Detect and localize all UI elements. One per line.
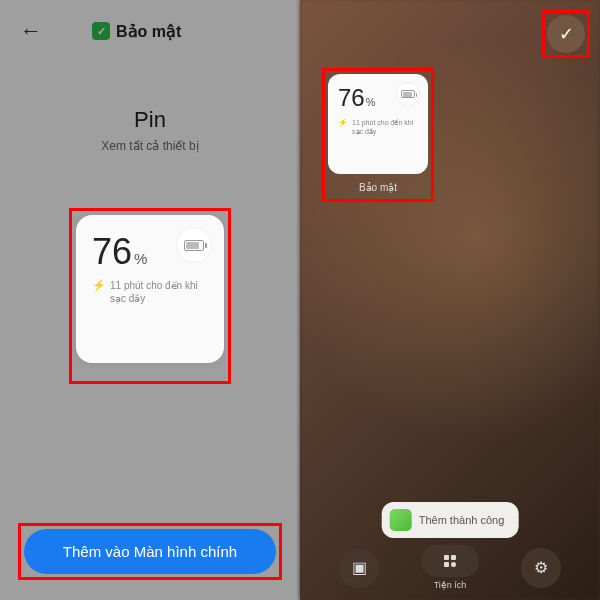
- widgets-label: Tiện ích: [434, 580, 467, 590]
- highlight-box-placed-widget: 76% ⚡ 11 phút cho đến khi sạc đầy Bảo mậ…: [322, 68, 434, 202]
- image-icon: ▣: [352, 558, 367, 577]
- settings-screen: ← Bảo mật Pin Xem tất cả thiết bị 76%: [0, 0, 300, 600]
- lightning-icon: ⚡: [338, 118, 348, 127]
- add-to-home-button[interactable]: Thêm vào Màn hình chính: [24, 529, 276, 574]
- widget-label: Bảo mật: [328, 182, 428, 193]
- battery-icon: [401, 90, 415, 98]
- highlight-box-widget: 76% ⚡ 11 phút cho đến khi sạc đầy: [69, 208, 231, 384]
- battery-icon-circle: [396, 82, 420, 106]
- gear-icon: ⚙: [534, 558, 548, 577]
- confirm-button[interactable]: [547, 15, 585, 53]
- charge-info: ⚡ 11 phút cho đến khi sạc đầy: [338, 118, 418, 136]
- widgets-icon: [444, 555, 456, 567]
- battery-widget-preview[interactable]: 76% ⚡ 11 phút cho đến khi sạc đầy: [76, 215, 224, 363]
- lightning-icon: ⚡: [92, 279, 106, 292]
- wallpaper-button[interactable]: ▣: [339, 548, 379, 588]
- success-toast: Thêm thành công: [382, 502, 519, 538]
- settings-button[interactable]: ⚙: [521, 548, 561, 588]
- charge-info: ⚡ 11 phút cho đến khi sạc đầy: [92, 279, 208, 305]
- home-screen: 76% ⚡ 11 phút cho đến khi sạc đầy Bảo mậ…: [300, 0, 600, 600]
- highlight-box-button: Thêm vào Màn hình chính: [18, 523, 282, 580]
- editor-bottom-bar: ▣ Tiện ích ⚙: [300, 545, 600, 590]
- battery-icon: [184, 240, 204, 251]
- highlight-box-confirm: [542, 10, 590, 58]
- battery-icon-circle: [176, 227, 212, 263]
- widgets-button[interactable]: Tiện ích: [421, 545, 479, 590]
- success-icon: [390, 509, 412, 531]
- battery-widget-placed[interactable]: 76% ⚡ 11 phút cho đến khi sạc đầy: [328, 74, 428, 174]
- toast-text: Thêm thành công: [419, 514, 505, 526]
